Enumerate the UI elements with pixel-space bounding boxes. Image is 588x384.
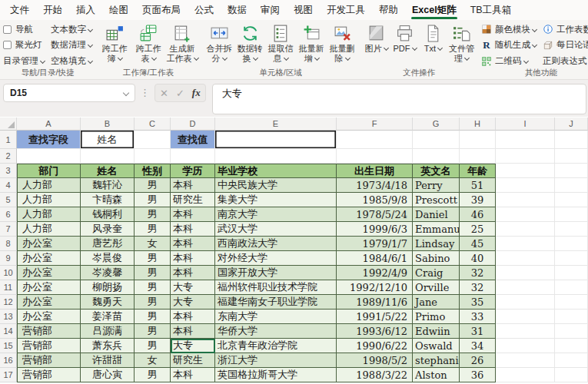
cell-G4[interactable]: Perry — [413, 178, 460, 193]
cell-G2[interactable] — [413, 149, 460, 164]
cell-J15[interactable] — [555, 339, 588, 353]
cell-C7[interactable]: 男 — [135, 222, 171, 237]
column-header-H[interactable]: H — [460, 118, 496, 131]
cell-A2[interactable] — [17, 149, 81, 164]
menu-tab-developer[interactable]: 开发工具 — [320, 0, 372, 20]
row-header-9[interactable]: 9 — [0, 251, 17, 266]
ribbon-button-pdf[interactable]: PDF — [391, 22, 418, 54]
ribbon-button-merge-split[interactable]: 合并拆分 — [204, 22, 234, 64]
column-header-E[interactable]: E — [215, 118, 337, 131]
cell-C5[interactable]: 男 — [135, 193, 171, 207]
column-header-J[interactable]: J — [555, 118, 588, 131]
menu-tab-tb-toolbox[interactable]: TB工具箱 — [463, 0, 518, 20]
ribbon-button-new-sheet[interactable]: 生成新工作表 — [166, 22, 198, 64]
find-field-input[interactable]: 姓名 — [81, 131, 135, 149]
cell-H2[interactable] — [460, 149, 496, 164]
cell-D5[interactable]: 研究生 — [171, 193, 215, 207]
ribbon-button-file-manage[interactable]: 文件管理 — [448, 22, 475, 64]
cell-F9[interactable]: 1984/6/1 — [337, 251, 413, 266]
chevron-down-icon[interactable] — [123, 90, 129, 96]
row-header-3[interactable]: 3 — [0, 164, 17, 178]
cell-E8[interactable]: 西南政法大学 — [215, 237, 337, 251]
cell-I15[interactable] — [496, 339, 555, 353]
cell-E11[interactable]: 福州软件职业技术学院 — [215, 280, 337, 295]
row-header-8[interactable]: 8 — [0, 237, 17, 251]
cancel-entry-button[interactable]: ✕ — [160, 88, 168, 99]
cell-A8[interactable]: 办公室 — [17, 237, 81, 251]
cell-A16[interactable]: 营销部 — [17, 353, 81, 368]
cell-H1[interactable] — [460, 131, 496, 149]
column-header-F[interactable]: F — [337, 118, 413, 131]
cell-E13[interactable]: 东南大学 — [215, 310, 337, 324]
cell-F11[interactable]: 1992/12/10 — [337, 280, 413, 295]
cell-E15[interactable]: 北京青年政治学院 — [215, 339, 337, 353]
cell-J16[interactable] — [555, 353, 588, 368]
ribbon-button-batch-add[interactable]: 批量新增 — [297, 22, 326, 64]
ribbon-item-random[interactable]: R随机生成 — [481, 39, 537, 51]
cell-H3[interactable]: 年龄 — [460, 164, 496, 178]
cell-F15[interactable]: 1990/6/22 — [337, 339, 413, 353]
cell-J13[interactable] — [555, 310, 588, 324]
cell-E2[interactable] — [215, 149, 337, 164]
cell-G7[interactable]: Emmanuel — [413, 222, 460, 237]
cell-C9[interactable]: 男 — [135, 251, 171, 266]
column-header-C[interactable]: C — [135, 118, 171, 131]
insert-function-button[interactable]: fx — [192, 87, 201, 99]
cell-I13[interactable] — [496, 310, 555, 324]
cell-B16[interactable]: 许甜甜 — [81, 353, 135, 368]
cell-B8[interactable]: 唐艺彤 — [81, 237, 135, 251]
cell-J11[interactable] — [555, 280, 588, 295]
ribbon-button-cross-sheet[interactable]: 跨工作表 — [132, 22, 164, 64]
ribbon-item-regex[interactable]: 正则表达式 — [543, 55, 588, 67]
row-header-11[interactable]: 11 — [0, 280, 17, 295]
cell-F13[interactable]: 1991/5/22 — [337, 310, 413, 324]
cell-E10[interactable]: 国家开放大学 — [215, 266, 337, 280]
ribbon-item-sheet-count[interactable]: 工作表数量 — [543, 24, 588, 35]
cell-B7[interactable]: 风录奎 — [81, 222, 135, 237]
cell-G10[interactable]: Craig — [413, 266, 460, 280]
cell-G11[interactable]: Orville — [413, 280, 460, 295]
cell-A14[interactable]: 营销部 — [17, 324, 81, 339]
cell-C10[interactable]: 男 — [135, 266, 171, 280]
cell-B9[interactable]: 岑晨俊 — [81, 251, 135, 266]
cell-B6[interactable]: 钱桐利 — [81, 207, 135, 222]
cell-D17[interactable]: 本科 — [171, 368, 215, 382]
cell-C3[interactable]: 性别 — [135, 164, 171, 178]
cell-I16[interactable] — [496, 353, 555, 368]
cell-I6[interactable] — [496, 207, 555, 222]
ribbon-button-cross-workbook[interactable]: 跨工作簿 — [98, 22, 131, 64]
row-header-2[interactable]: 2 — [0, 149, 17, 164]
cell-C4[interactable]: 男 — [135, 178, 171, 193]
cell-E3[interactable]: 毕业学校 — [215, 164, 337, 178]
row-header-12[interactable]: 12 — [0, 295, 17, 310]
cell-E9[interactable]: 对外经大学 — [215, 251, 337, 266]
ribbon-item-nav[interactable]: 导航 — [3, 24, 45, 35]
cell-I8[interactable] — [496, 237, 555, 251]
menu-tab-view[interactable]: 视图 — [287, 0, 320, 20]
menu-tab-insert[interactable]: 插入 — [69, 0, 102, 20]
cell-C6[interactable]: 男 — [135, 207, 171, 222]
cell-B4[interactable]: 魏轩沁 — [81, 178, 135, 193]
cell-F1[interactable] — [337, 131, 413, 149]
cell-B12[interactable]: 魏勇天 — [81, 295, 135, 310]
confirm-entry-button[interactable]: ✓ — [176, 88, 184, 99]
cell-I2[interactable] — [496, 149, 555, 164]
cell-J7[interactable] — [555, 222, 588, 237]
row-header-7[interactable]: 7 — [0, 222, 17, 237]
cell-J6[interactable] — [555, 207, 588, 222]
cell-H14[interactable]: 31 — [460, 324, 496, 339]
cell-E14[interactable]: 华侨大学 — [215, 324, 337, 339]
ribbon-item-color-module[interactable]: 颜色模块 — [481, 24, 537, 35]
ribbon-button-picture[interactable]: 图片 — [363, 22, 390, 54]
row-header-16[interactable]: 16 — [0, 353, 17, 368]
cell-F7[interactable]: 1999/6/3 — [337, 222, 413, 237]
cell-G17[interactable]: Alston — [413, 368, 460, 382]
cell-F16[interactable]: 1998/5/2 — [337, 353, 413, 368]
ribbon-item-toc-manage[interactable]: 目录管理 — [3, 55, 45, 67]
cell-D2[interactable] — [171, 149, 215, 164]
cell-D10[interactable]: 本科 — [171, 266, 215, 280]
cell-H5[interactable]: 39 — [460, 193, 496, 207]
cell-A17[interactable]: 营销部 — [17, 368, 81, 382]
cell-J1[interactable] — [555, 131, 588, 149]
cell-H16[interactable]: 26 — [460, 353, 496, 368]
